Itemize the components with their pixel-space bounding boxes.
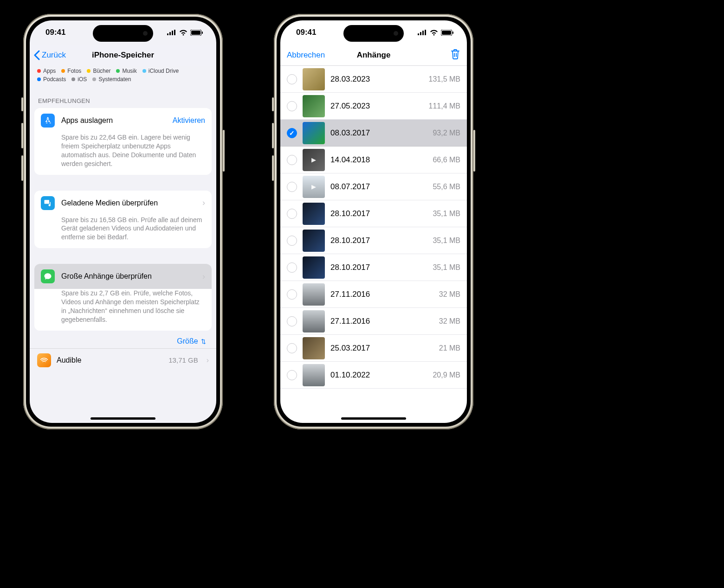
- recommendation-row-review-media[interactable]: Geladene Medien überprüfen ›: [34, 191, 212, 216]
- legend-dot-icon: [61, 69, 65, 73]
- recommendation-title: Große Anhänge überprüfen: [61, 272, 196, 281]
- battery-icon: [441, 30, 454, 36]
- attachment-row[interactable]: ▶08.07.201755,6 MB: [280, 173, 467, 200]
- selection-radio[interactable]: [287, 316, 297, 326]
- attachment-row[interactable]: 01.10.202220,9 MB: [280, 362, 467, 389]
- attachment-date: 27.11.2016: [330, 317, 433, 326]
- attachment-size: 21 MB: [439, 344, 460, 352]
- attachment-size: 32 MB: [439, 290, 460, 299]
- attachment-row[interactable]: ▶14.04.201866,6 MB: [280, 147, 467, 173]
- side-button: [272, 97, 274, 111]
- selection-radio[interactable]: [287, 128, 297, 138]
- sort-arrows-icon: ⇅: [201, 338, 206, 345]
- chevron-right-icon: ›: [207, 356, 209, 364]
- activate-button[interactable]: Aktivieren: [173, 116, 205, 125]
- recommendation-card-large-attachments: Große Anhänge überprüfen › Spare bis zu …: [34, 264, 212, 331]
- selection-radio[interactable]: [287, 289, 297, 300]
- sort-label: Größe: [177, 337, 198, 345]
- attachment-row[interactable]: 27.05.2023111,4 MB: [280, 93, 467, 120]
- recommendation-title: Geladene Medien überprüfen: [61, 199, 196, 207]
- selection-radio[interactable]: [287, 236, 297, 246]
- dynamic-island: [93, 25, 153, 42]
- status-time: 09:41: [45, 28, 65, 37]
- side-button: [21, 97, 23, 111]
- attachment-row[interactable]: 25.03.201721 MB: [280, 335, 467, 362]
- attachment-size: 20,9 MB: [433, 371, 460, 379]
- attachment-date: 25.03.2017: [330, 344, 433, 353]
- legend-dot-icon: [142, 69, 146, 73]
- attachment-size: 131,5 MB: [429, 75, 460, 83]
- trash-icon: [450, 48, 460, 59]
- chevron-left-icon: [33, 50, 40, 60]
- selection-radio[interactable]: [287, 343, 297, 353]
- attachment-row[interactable]: 27.11.201632 MB: [280, 281, 467, 308]
- attachment-row[interactable]: 28.10.201735,1 MB: [280, 200, 467, 227]
- attachment-size: 93,2 MB: [433, 129, 460, 137]
- attachment-date: 27.11.2016: [330, 290, 433, 299]
- legend-label: iOS: [78, 76, 87, 83]
- legend-item: Musik: [116, 68, 136, 74]
- legend-dot-icon: [92, 77, 96, 81]
- cellular-icon: [167, 30, 176, 35]
- back-button[interactable]: Zurück: [33, 50, 66, 60]
- attachment-row[interactable]: 28.10.201735,1 MB: [280, 227, 467, 254]
- selection-radio[interactable]: [287, 101, 297, 111]
- recommendation-desc: Spare bis zu 22,64 GB ein. Lagere bei we…: [34, 133, 212, 175]
- svg-rect-7: [45, 200, 50, 204]
- device-right: 09:41 Abbrechen Anhänge 28.03.2023131,5 …: [274, 14, 473, 429]
- legend-item: iCloud Drive: [142, 68, 179, 74]
- svg-rect-6: [202, 32, 203, 34]
- legend-item: iOS: [71, 76, 87, 83]
- sort-button[interactable]: Größe ⇅: [30, 331, 216, 348]
- home-indicator[interactable]: [90, 417, 155, 420]
- recommendation-card-review-media: Geladene Medien überprüfen › Spare bis z…: [34, 191, 212, 249]
- attachment-row[interactable]: 28.10.201735,1 MB: [280, 254, 467, 281]
- attachment-thumbnail: [303, 95, 325, 117]
- attachment-thumbnail: [303, 230, 325, 252]
- legend-label: Musik: [122, 68, 136, 74]
- legend-label: Systemdaten: [98, 76, 131, 83]
- legend-label: Podcasts: [43, 76, 66, 83]
- navbar: Abbrechen Anhänge: [280, 45, 467, 66]
- recommendation-title: Apps auslagern: [61, 116, 166, 125]
- svg-rect-16: [452, 32, 453, 34]
- attachment-thumbnail: [303, 203, 325, 225]
- recommendation-row-offload[interactable]: Apps auslagern Aktivieren: [34, 108, 212, 133]
- cancel-button[interactable]: Abbrechen: [287, 51, 325, 60]
- app-row-audible[interactable]: Audible 13,71 GB ›: [30, 348, 216, 372]
- wifi-icon: [179, 30, 187, 36]
- selection-radio[interactable]: [287, 262, 297, 273]
- svg-rect-1: [169, 32, 171, 35]
- attachment-size: 111,4 MB: [429, 102, 460, 110]
- chevron-right-icon: ›: [202, 272, 205, 281]
- selection-radio[interactable]: [287, 209, 297, 219]
- recommendation-row-large-attachments[interactable]: Große Anhänge überprüfen ›: [34, 264, 212, 289]
- delete-button[interactable]: [450, 48, 460, 62]
- selection-radio[interactable]: [287, 74, 297, 84]
- device-left: 09:41 Zurück iPhone-Speicher AppsFotosBü…: [23, 14, 223, 429]
- cellular-icon: [418, 30, 427, 35]
- selection-radio[interactable]: [287, 155, 297, 165]
- volume-up-button: [272, 123, 274, 148]
- legend-dot-icon: [87, 69, 90, 73]
- app-size: 13,71 GB: [168, 356, 198, 364]
- svg-rect-15: [442, 31, 451, 35]
- attachment-row[interactable]: 08.03.201793,2 MB: [280, 120, 467, 147]
- legend-item: Systemdaten: [92, 76, 131, 83]
- page-title: iPhone-Speicher: [92, 51, 154, 60]
- legend-dot-icon: [116, 69, 120, 73]
- selection-radio[interactable]: [287, 370, 297, 380]
- attachment-date: 28.10.2017: [330, 263, 427, 272]
- navbar: Zurück iPhone-Speicher: [30, 45, 216, 66]
- attachment-thumbnail: [303, 122, 325, 144]
- messages-icon: [41, 269, 55, 283]
- svg-rect-0: [167, 33, 168, 35]
- attachment-size: 35,1 MB: [433, 263, 460, 272]
- media-icon: [41, 196, 55, 210]
- attachment-row[interactable]: 28.03.2023131,5 MB: [280, 66, 467, 93]
- attachment-size: 32 MB: [439, 317, 460, 326]
- selection-radio[interactable]: [287, 182, 297, 192]
- section-header-recommendations: Empfehlungen: [30, 87, 216, 108]
- attachment-row[interactable]: 27.11.201632 MB: [280, 308, 467, 335]
- home-indicator[interactable]: [341, 417, 406, 420]
